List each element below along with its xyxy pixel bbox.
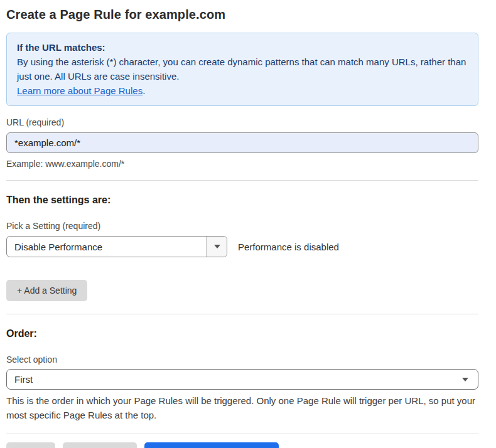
page-title: Create a Page Rule for example.com — [6, 8, 478, 22]
pick-setting-label: Pick a Setting (required) — [6, 221, 478, 231]
divider — [6, 434, 478, 434]
actions-row: Cancel Save as Draft Save and Deploy Pag… — [6, 442, 478, 448]
order-select-label: Select option — [6, 355, 478, 365]
order-select[interactable]: First — [6, 369, 478, 390]
setting-select-value: Disable Performance — [7, 237, 207, 257]
order-select-value: First — [14, 374, 33, 385]
save-deploy-button[interactable]: Save and Deploy Page Rule — [144, 442, 279, 448]
url-example-helper: Example: www.example.com/* — [6, 159, 478, 169]
divider — [6, 314, 478, 314]
order-helper-text: This is the order in which your Page Rul… — [6, 393, 478, 422]
info-box-link-line: Learn more about Page Rules. — [17, 83, 468, 98]
add-setting-button[interactable]: + Add a Setting — [6, 280, 87, 301]
info-box-body: By using the asterisk (*) character, you… — [17, 55, 468, 83]
url-field-label: URL (required) — [6, 117, 478, 127]
settings-section-heading: Then the settings are: — [6, 195, 478, 206]
save-draft-button[interactable]: Save as Draft — [63, 442, 137, 448]
url-match-info-box: If the URL matches: By using the asteris… — [6, 33, 478, 106]
url-input[interactable] — [6, 132, 478, 153]
info-box-heading: If the URL matches: — [17, 40, 468, 55]
divider — [6, 180, 478, 181]
learn-more-link[interactable]: Learn more about Page Rules — [17, 85, 143, 96]
setting-status-text: Performance is disabled — [238, 242, 339, 252]
link-suffix: . — [143, 85, 145, 96]
setting-select-arrow-button[interactable] — [207, 237, 227, 257]
create-page-rule-page: Create a Page Rule for example.com If th… — [0, 0, 496, 448]
order-section-heading: Order: — [6, 328, 478, 339]
cancel-button[interactable]: Cancel — [6, 442, 55, 448]
chevron-down-icon — [462, 378, 468, 381]
setting-row: Disable Performance Performance is disab… — [6, 236, 478, 257]
setting-select[interactable]: Disable Performance — [6, 236, 227, 257]
chevron-down-icon — [214, 245, 220, 248]
